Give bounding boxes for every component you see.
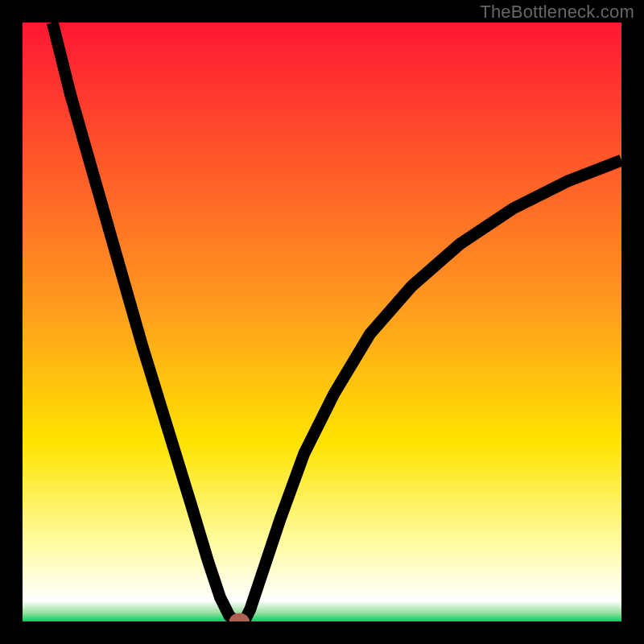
chart-svg — [23, 23, 621, 621]
watermark-text: TheBottleneck.com — [480, 2, 634, 23]
plot-area — [23, 23, 621, 621]
chart-frame: TheBottleneck.com — [0, 0, 644, 644]
minimum-marker — [232, 616, 246, 621]
chart-background — [23, 23, 621, 621]
